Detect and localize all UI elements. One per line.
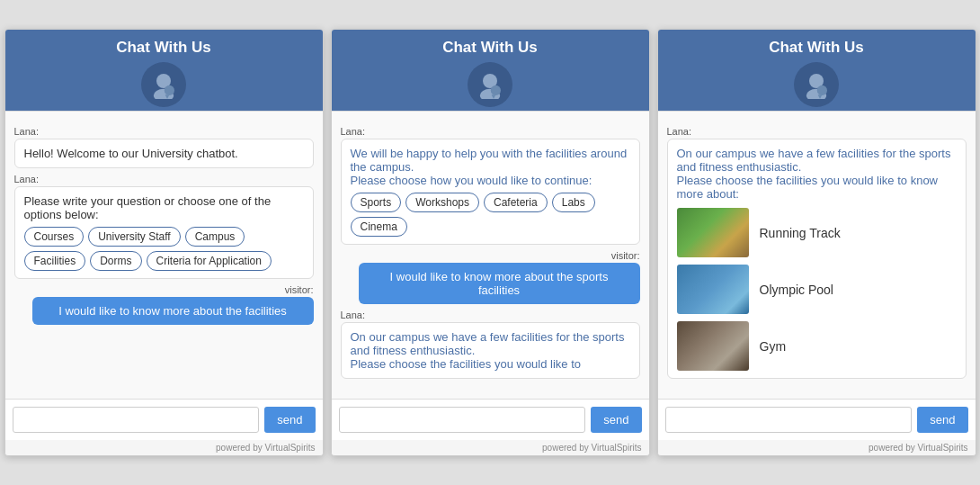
chip-courses[interactable]: Courses bbox=[24, 227, 85, 247]
chat-messages-3: Lana: On our campus we have a few facili… bbox=[658, 111, 976, 399]
avatar-svg-2 bbox=[476, 70, 504, 99]
facility-img-gym bbox=[677, 321, 749, 371]
chat-input-3[interactable] bbox=[665, 407, 913, 433]
chat-avatar-icon-3 bbox=[794, 62, 839, 107]
chat-input-area-2: send bbox=[332, 399, 649, 440]
chat-header-2: Chat With Us bbox=[332, 30, 649, 111]
send-button-1[interactable]: send bbox=[264, 407, 315, 433]
sender-lana-1b: Lana: bbox=[14, 174, 314, 184]
send-button-2[interactable]: send bbox=[591, 407, 641, 433]
powered-by-1: powered by VirtualSpirits bbox=[5, 440, 323, 455]
sender-lana-3a: Lana: bbox=[667, 126, 967, 137]
chip-labs[interactable]: Labs bbox=[552, 193, 595, 212]
chip-workshops[interactable]: Workshops bbox=[405, 193, 479, 212]
chat-title-2: Chat With Us bbox=[442, 39, 538, 57]
facility-img-pool bbox=[677, 265, 749, 314]
bot-bubble-2b: On our campus we have a few facilities f… bbox=[341, 322, 640, 379]
chip-sports[interactable]: Sports bbox=[351, 193, 402, 212]
svg-point-10 bbox=[817, 85, 827, 95]
sender-lana-2a: Lana: bbox=[341, 126, 640, 137]
chat-widget-3: Chat With Us Lana: On our campus we have… bbox=[657, 29, 976, 456]
bot-bubble-2a: We will be happy to help you with the fa… bbox=[341, 139, 640, 245]
chat-input-1[interactable] bbox=[13, 407, 260, 433]
visitor-bubble-2: I would like to know more about the spor… bbox=[359, 263, 640, 304]
chip-criteria[interactable]: Criteria for Application bbox=[147, 251, 272, 271]
chat-title-3: Chat With Us bbox=[769, 39, 864, 57]
chat-messages-2: Lana: We will be happy to help you with … bbox=[332, 111, 649, 399]
sender-lana-1a: Lana: bbox=[14, 126, 314, 137]
facility-label-pool: Olympic Pool bbox=[760, 283, 833, 297]
chat-widget-2: Chat With Us Lana: We will be happy to h… bbox=[331, 29, 650, 456]
chip-campus[interactable]: Campus bbox=[185, 227, 245, 247]
chip-row-2: Sports Workshops Cafeteria Labs Cinema bbox=[351, 193, 630, 237]
chat-title-1: Chat With Us bbox=[116, 39, 211, 57]
facility-label-gym: Gym bbox=[760, 339, 787, 354]
sender-visitor-1: visitor: bbox=[14, 284, 314, 295]
chip-cinema[interactable]: Cinema bbox=[351, 217, 407, 237]
chat-avatar-icon-2 bbox=[468, 62, 512, 107]
bot-bubble-1b: Please write your question or choose one… bbox=[14, 186, 314, 279]
chat-input-area-1: send bbox=[5, 399, 323, 440]
chip-cafeteria[interactable]: Cafeteria bbox=[484, 193, 548, 212]
chat-avatar-icon-1 bbox=[141, 62, 186, 107]
svg-point-6 bbox=[491, 85, 501, 95]
facility-item-track[interactable]: Running Track bbox=[677, 208, 957, 257]
sender-lana-2b: Lana: bbox=[341, 310, 640, 320]
bot-bubble-1a: Hello! Welcome to our University chatbot… bbox=[14, 139, 314, 168]
chat-messages-1: Lana: Hello! Welcome to our University c… bbox=[5, 111, 323, 399]
chip-university-staff[interactable]: University Staff bbox=[88, 227, 180, 247]
svg-point-2 bbox=[165, 85, 174, 95]
facility-item-gym[interactable]: Gym bbox=[677, 321, 957, 371]
chip-row-1: Courses University Staff Campus Faciliti… bbox=[24, 227, 304, 271]
chat-container: Chat With Us Lana: Hello! Welcome to our… bbox=[4, 29, 976, 456]
chat-input-area-3: send bbox=[658, 399, 976, 440]
facility-item-pool[interactable]: Olympic Pool bbox=[677, 265, 957, 314]
sender-visitor-2: visitor: bbox=[341, 250, 640, 261]
chip-dorms[interactable]: Dorms bbox=[90, 251, 141, 271]
powered-by-2: powered by VirtualSpirits bbox=[332, 440, 649, 455]
facility-img-track bbox=[677, 208, 749, 257]
chat-header-1: Chat With Us bbox=[5, 30, 323, 111]
visitor-bubble-1: I would like to know more about the faci… bbox=[32, 297, 314, 325]
facility-label-track: Running Track bbox=[760, 226, 841, 240]
bot-bubble-3a: On our campus we have a few facilities f… bbox=[667, 139, 967, 379]
chat-widget-1: Chat With Us Lana: Hello! Welcome to our… bbox=[4, 29, 324, 456]
avatar-svg-1 bbox=[149, 70, 178, 99]
avatar-svg-3 bbox=[802, 70, 831, 99]
chat-header-3: Chat With Us bbox=[658, 30, 976, 111]
powered-by-3: powered by VirtualSpirits bbox=[658, 440, 976, 455]
send-button-3[interactable]: send bbox=[917, 407, 967, 433]
chip-facilities[interactable]: Facilities bbox=[24, 251, 86, 271]
chat-input-2[interactable] bbox=[339, 407, 586, 433]
